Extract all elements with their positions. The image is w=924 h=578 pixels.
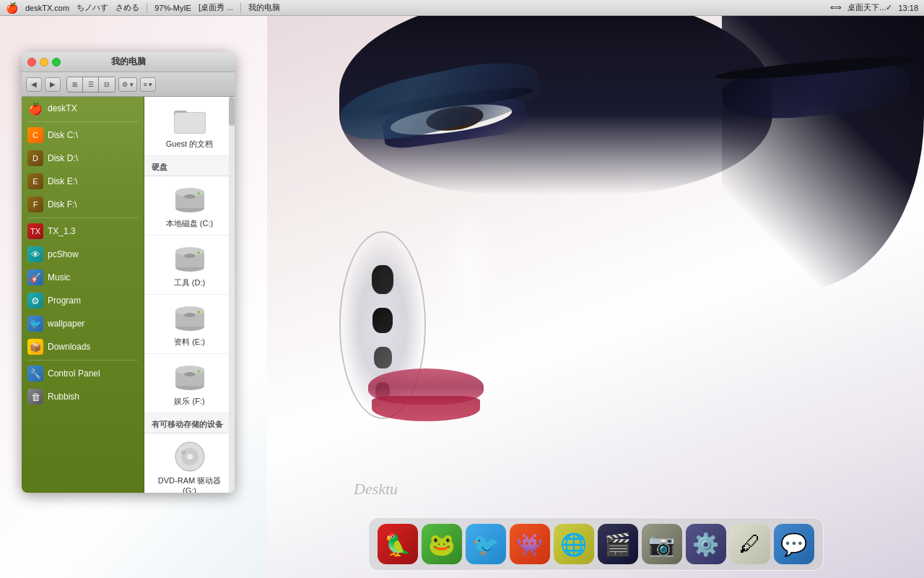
diskc-icon: C [27, 127, 43, 143]
column-view-button[interactable]: ⊟ [99, 77, 115, 92]
svg-point-7 [197, 192, 200, 195]
sidebar-label-diskf: Disk F:\ [48, 199, 77, 210]
sidebar-label-program: Program [48, 296, 81, 306]
rubbish-icon: 🗑 [27, 389, 43, 405]
content-item-tools-d[interactable]: 工具 (D:) [144, 236, 235, 295]
sidebar-divider-2 [27, 217, 138, 218]
hair-right [722, 0, 924, 289]
sidebar-item-wallpaper[interactable]: 🐦 wallpaper [22, 312, 144, 335]
menubar-sep2 [240, 3, 241, 13]
content-item-entertainment-f[interactable]: 娱乐 (F:) [144, 354, 235, 413]
finder-sidebar: 🍎 deskTX C Disk C:\ D Disk D:\ E Disk E:… [22, 97, 144, 493]
window-title: 我的电脑 [111, 56, 146, 68]
sidebar-item-tx13[interactable]: TX TX_1.3 [22, 220, 144, 243]
nose-highlight [440, 202, 498, 332]
sidebar-item-downloads[interactable]: 📦 Downloads [22, 335, 144, 358]
disk-f-icon [174, 361, 206, 393]
menubar-desksec[interactable]: [桌面秀 ... [199, 2, 233, 13]
dock-icon-app5[interactable]: 🌐 [554, 524, 594, 564]
back-button[interactable]: ◀ [26, 77, 42, 92]
disk-e-icon [174, 302, 206, 334]
menubar-item2[interactable]: ちノハす [77, 2, 108, 13]
wallpaper-icon: 🐦 [27, 316, 43, 332]
sidebar-item-controlpanel[interactable]: 🔧 Control Panel [22, 362, 144, 385]
sidebar-item-pcshow[interactable]: 👁 pcShow [22, 243, 144, 266]
dock-icon-app10[interactable]: 💬 [774, 524, 814, 564]
dock-icon-twitter[interactable]: 🐦 [466, 524, 506, 564]
menubar-item3[interactable]: さめる [116, 2, 139, 13]
sidebar-item-desktx[interactable]: 🍎 deskTX [22, 97, 144, 120]
disk-c-icon [174, 184, 206, 215]
diske-icon: E [27, 173, 43, 189]
content-item-data-e[interactable]: 资料 (E:) [144, 295, 235, 354]
lips-lower [372, 396, 480, 421]
dock: 🦜 🐸 🐦 👾 🌐 🎬 📷 ⚙️ 🖊 💬 [267, 509, 924, 574]
maximize-button[interactable] [52, 58, 61, 66]
menubar-sep1 [147, 3, 147, 13]
menubar-left: 🍎 deskTX.com ちノハす さめる 97%-MyIE [桌面秀 ... … [6, 2, 280, 14]
sidebar-label-wallpaper: wallpaper [48, 319, 84, 329]
minimize-button[interactable] [40, 58, 48, 66]
menubar-mypc[interactable]: 我的电脑 [248, 2, 280, 13]
menubar-right: ⟺ 桌面天下...✓ 13:18 [830, 2, 918, 13]
sidebar-item-program[interactable]: ⚙ Program [22, 289, 144, 312]
scroll-track[interactable] [229, 97, 235, 493]
dvd-g-label: DVD-RAM 驱动器 (G:) [150, 475, 229, 493]
sidebar-divider-1 [27, 121, 138, 122]
finder-window: 我的电脑 ◀ ▶ ⊞ ☰ ⊟ ⚙ ▾ ≡ ▾ 🍎 deskTX C Disk C… [22, 52, 235, 493]
sidebar-label-controlpanel: Control Panel [48, 368, 100, 379]
svg-text:@: @ [181, 450, 186, 454]
forward-button[interactable]: ▶ [45, 77, 61, 92]
list-view-button[interactable]: ☰ [83, 77, 99, 92]
sidebar-label-downloads: Downloads [48, 342, 90, 352]
arrange-dropdown[interactable]: ≡ ▾ [140, 77, 157, 92]
svg-point-16 [184, 313, 196, 317]
sidebar-item-diskf[interactable]: F Disk F:\ [22, 193, 144, 216]
action-dropdown[interactable]: ⚙ ▾ [118, 77, 137, 92]
sidebar-divider-3 [27, 360, 138, 361]
dock-icon-app1[interactable]: 🦜 [378, 524, 418, 564]
menubar: 🍎 deskTX.com ちノハす さめる 97%-MyIE [桌面秀 ... … [0, 0, 924, 16]
svg-point-12 [197, 251, 200, 254]
scroll-thumb[interactable] [229, 97, 235, 126]
finder-content: Guest 的文档 硬盘 本地磁盘 (C:) [144, 97, 235, 493]
harddrives-header: 硬盘 [144, 156, 235, 176]
program-icon: ⚙ [27, 293, 43, 309]
sidebar-item-diskd[interactable]: D Disk D:\ [22, 147, 144, 170]
dock-icon-app2[interactable]: 🐸 [422, 524, 462, 564]
icon-view-button[interactable]: ⊞ [67, 77, 83, 92]
guest-docs-label: Guest 的文档 [166, 139, 213, 150]
apple-menu[interactable]: 🍎 [6, 2, 18, 14]
close-button[interactable] [27, 58, 36, 66]
sidebar-label-desktx: deskTX [48, 103, 77, 113]
content-item-guest-docs[interactable]: Guest 的文档 [144, 97, 235, 156]
dock-icon-app6[interactable]: 🎬 [598, 524, 638, 564]
controlpanel-icon: 🔧 [27, 366, 43, 381]
tx13-icon: TX [27, 223, 43, 239]
pcshow-icon: 👁 [27, 246, 43, 262]
menubar-clock: 13:18 [898, 4, 918, 12]
content-item-local-c[interactable]: 本地磁盘 (C:) [144, 176, 235, 236]
removable-header: 有可移动存储的设备 [144, 413, 235, 434]
dock-icon-app7[interactable]: 📷 [642, 524, 682, 564]
sidebar-label-diskc: Disk C:\ [48, 130, 78, 140]
diskd-icon: D [27, 150, 43, 166]
finder-toolbar: ◀ ▶ ⊞ ☰ ⊟ ⚙ ▾ ≡ ▾ [22, 72, 235, 97]
menubar-ie[interactable]: 97%-MyIE [154, 4, 191, 12]
menubar-desktop[interactable]: 桌面天下...✓ [847, 2, 892, 13]
sidebar-item-music[interactable]: 🎸 Music [22, 266, 144, 289]
sidebar-item-rubbish[interactable]: 🗑 Rubbish [22, 385, 144, 408]
sidebar-label-diskd: Disk D:\ [48, 153, 78, 163]
svg-point-25 [187, 454, 193, 460]
dock-icon-app4[interactable]: 👾 [510, 524, 550, 564]
dock-icon-app9[interactable]: 🖊 [730, 524, 770, 564]
content-item-dvd-g[interactable]: @ DVD-RAM 驱动器 (G:) [144, 434, 235, 493]
watermark: Desktu [354, 480, 398, 499]
svg-point-17 [197, 311, 200, 314]
sidebar-label-diske: Disk E:\ [48, 176, 77, 186]
view-group: ⊞ ☰ ⊟ [66, 77, 116, 92]
dock-icon-app8[interactable]: ⚙️ [686, 524, 726, 564]
menubar-desktx[interactable]: deskTX.com [25, 4, 69, 12]
sidebar-item-diskc[interactable]: C Disk C:\ [22, 124, 144, 147]
sidebar-item-diske[interactable]: E Disk E:\ [22, 170, 144, 193]
